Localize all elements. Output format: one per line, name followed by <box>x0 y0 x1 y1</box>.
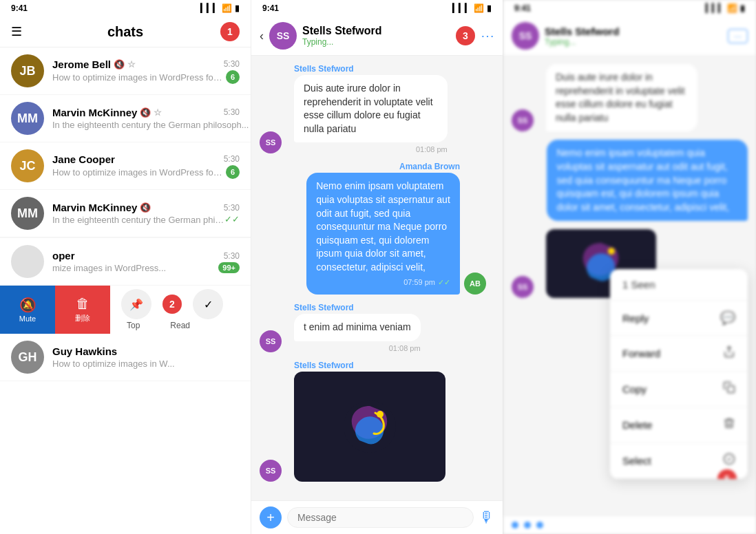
top-label: Top <box>127 321 140 330</box>
chat-preview: In the eighteenth century the German phi… <box>52 120 249 130</box>
swipe-actions: 🔕 Mute 🗑 删除 📌 2 ✓ <box>0 286 251 334</box>
select-label: Select <box>622 455 651 467</box>
avatar: SS <box>260 330 282 352</box>
status-icons: ▎▎▎ 📶 ▮ <box>200 3 240 13</box>
read-button[interactable]: ✓ <box>193 289 223 319</box>
message-row: SS Stells Stefword t enim ad minima veni… <box>260 303 421 352</box>
message-text-right: Duis aute irure dolor in reprehenderit i… <box>556 72 685 123</box>
chat-time: 5:30 <box>224 251 240 261</box>
chat-name: Marvin McKinney 🔇 <box>52 202 151 213</box>
context-seen: 1 Seen <box>610 269 748 301</box>
message-text: Duis aute irure dolor in reprehenderit i… <box>304 83 433 134</box>
sender-name: Stells Stefword <box>294 361 445 370</box>
chat-preview: mize images in WordPress... <box>52 263 166 273</box>
mute-icon: 🔇 <box>140 202 151 213</box>
context-reply[interactable]: Reply 💬 <box>610 301 748 336</box>
menu-icon[interactable]: ☰ <box>11 24 22 39</box>
delete-button-icon: 🗑 <box>76 296 90 312</box>
contact-status-right: Typing... <box>545 37 619 47</box>
new-chat-badge[interactable]: 1 <box>220 22 240 41</box>
svg-point-1 <box>377 411 384 418</box>
message-time-sent: 07:59 pm ✓✓ <box>316 277 450 288</box>
sender-name: Stells Stefword <box>294 64 448 74</box>
avatar: JB <box>11 54 44 87</box>
list-item[interactable]: MM Marvin McKinney 🔇 ☆ 5:30 In the eight… <box>0 95 251 142</box>
mute-button-label: Mute <box>19 314 36 323</box>
contact-status: Typing... <box>302 37 456 47</box>
copy-label: Copy <box>622 383 647 395</box>
dot-1 <box>512 522 518 528</box>
more-options-icon[interactable]: ⋯ <box>481 28 494 44</box>
message-bubble-sent: Nemo enim ipsam voluptatem quia voluptas… <box>306 173 460 295</box>
signal-icon: ▎▎▎ <box>200 3 219 13</box>
header-info: Stells Stefword Typing... <box>545 25 619 47</box>
context-forward[interactable]: Forward <box>610 336 748 372</box>
top-button[interactable]: 📌 <box>121 289 151 319</box>
list-item[interactable]: GH Guy Hawkins How to optimize images in… <box>0 334 251 381</box>
context-delete[interactable]: Delete <box>610 407 748 443</box>
chat-preview: In the eighteenth century the German phi… <box>52 215 224 225</box>
back-button[interactable]: ‹ <box>260 29 264 43</box>
swipe-section: oper 5:30 mize images in WordPress... 99… <box>0 237 251 334</box>
status-bar-right: 9:41 ▎▎▎ 📶 ▮ <box>503 0 756 17</box>
action-button-right[interactable]: ··· <box>728 29 748 43</box>
chat-preview: How to optimize images in WordPress for.… <box>52 72 223 83</box>
add-attachment-button[interactable]: + <box>260 506 282 528</box>
right-panel-header: SS Stells Stefword Typing... ··· <box>503 17 756 56</box>
forward-icon <box>723 345 735 361</box>
chat-info: Marvin McKinney 🔇 5:30 In the eighteenth… <box>52 202 240 225</box>
chat-list: JB Jerome Bell 🔇 ☆ 5:30 How to optimize … <box>0 47 251 534</box>
status-time-right: 9:41 <box>514 3 531 13</box>
chat-info: Guy Hawkins How to optimize images in W.… <box>52 345 240 370</box>
status-bar-middle: 9:41 ▎▎▎ 📶 ▮ <box>251 0 503 17</box>
mute-button[interactable]: 🔕 Mute <box>0 286 55 334</box>
message-text-sent-right: Nemo enim ipsam voluptatem quia voluptas… <box>556 147 729 212</box>
select-icon <box>723 453 735 469</box>
svg-point-3 <box>608 248 615 255</box>
message-content-right: Duis aute irure dolor in reprehenderit i… <box>546 64 697 131</box>
message-bubble: t enim ad minima veniam <box>294 314 421 341</box>
message-row-right: SS Duis aute irure dolor in reprehenderi… <box>512 64 697 131</box>
left-panel: 9:41 ▎▎▎ 📶 ▮ ☰ chats 1 JB Jerome Bell 🔇 … <box>0 0 251 534</box>
list-item[interactable]: JC Jane Cooper 5:30 How to optimize imag… <box>0 142 251 190</box>
dot-3 <box>536 522 543 528</box>
message-input[interactable] <box>287 507 474 528</box>
avatar: GH <box>11 341 44 374</box>
double-check-icon: ✓✓ <box>438 277 450 288</box>
forward-label: Forward <box>622 348 660 359</box>
chat-info: Jerome Bell 🔇 ☆ 5:30 How to optimize ima… <box>52 58 240 84</box>
avatar: MM <box>11 197 44 230</box>
list-item[interactable]: MM Marvin McKinney 🔇 5:30 In the eightee… <box>0 190 251 237</box>
status-bar: 9:41 ▎▎▎ 📶 ▮ <box>0 0 251 17</box>
chat-preview: How to optimize images in WordPress for.… <box>52 167 223 178</box>
messages-area: SS Stells Stefword Duis aute irure dolor… <box>251 56 503 500</box>
list-item[interactable]: oper 5:30 mize images in WordPress... 99… <box>0 237 251 286</box>
mic-button[interactable]: 🎙 <box>479 509 494 526</box>
signal-icon: ▎▎▎ <box>706 3 724 13</box>
context-copy[interactable]: Copy <box>610 372 748 407</box>
middle-panel: 9:41 ▎▎▎ 📶 ▮ ‹ SS Stells Stefword Typing… <box>251 0 503 534</box>
message-sent-right: Nemo enim ipsam voluptatem quia voluptas… <box>547 140 748 221</box>
mute-button-icon: 🔕 <box>19 297 36 313</box>
chat-name: Jerome Bell 🔇 ☆ <box>52 58 136 70</box>
star-icon: ☆ <box>154 107 162 118</box>
message-text-sent: Nemo enim ipsam voluptatem quia voluptas… <box>316 180 450 273</box>
avatar: JC <box>11 149 44 182</box>
context-menu: 1 Seen Reply 💬 Forward Copy <box>610 269 748 479</box>
context-badge: 5 <box>717 469 737 479</box>
chat-badge[interactable]: 3 <box>456 26 475 45</box>
battery-icon: ▮ <box>740 3 745 13</box>
chat-info: Jane Cooper 5:30 How to optimize images … <box>52 153 240 179</box>
copy-icon <box>723 381 735 397</box>
action-buttons: 📌 2 ✓ Top Read <box>110 286 251 334</box>
list-item[interactable]: JB Jerome Bell 🔇 ☆ 5:30 How to optimize … <box>0 47 251 95</box>
action-badge: 2 <box>162 295 182 314</box>
chat-time: 5:30 <box>224 107 240 117</box>
message-content-sent: Amanda Brown Nemo enim ipsam voluptatem … <box>306 162 460 295</box>
avatar: SS <box>260 131 282 153</box>
battery-icon: ▮ <box>487 3 492 13</box>
chat-name-row: Jerome Bell 🔇 ☆ 5:30 <box>52 58 240 70</box>
delete-button[interactable]: 🗑 删除 <box>55 286 110 334</box>
avatar-sent: AB <box>464 273 486 295</box>
chat-time: 5:30 <box>224 154 240 164</box>
